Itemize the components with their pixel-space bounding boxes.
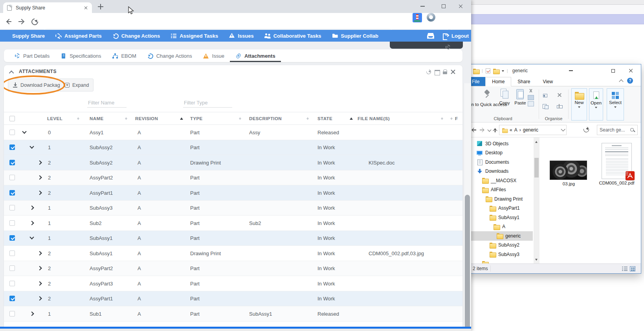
forward-icon[interactable]: [479, 127, 486, 133]
row-expand-chevron[interactable]: [38, 296, 42, 300]
sort-icon[interactable]: [306, 116, 309, 121]
column-header-name[interactable]: NAME: [90, 116, 103, 121]
page-settings-gear-icon[interactable]: [445, 44, 451, 50]
detail-tab[interactable]: Change Actions: [142, 49, 198, 62]
nav-item[interactable]: Supply Share: [3, 33, 45, 39]
tree-item[interactable]: A: [466, 222, 533, 232]
details-view-icon[interactable]: [622, 266, 627, 271]
panel-close-icon[interactable]: [450, 69, 456, 75]
sort-icon[interactable]: [450, 116, 453, 121]
row-expand-chevron[interactable]: [30, 206, 34, 210]
table-row[interactable]: 1 SubAssy2 A Part In Work: [4, 140, 462, 155]
copy-to-icon[interactable]: [542, 104, 549, 109]
rename-icon[interactable]: [556, 104, 563, 109]
panel-refresh-icon[interactable]: [426, 69, 432, 75]
tree-item[interactable]: Desktop: [466, 148, 533, 158]
row-checkbox[interactable]: [9, 235, 15, 241]
tree-item[interactable]: AssyPart1: [466, 204, 533, 213]
row-expand-chevron[interactable]: [38, 251, 42, 255]
tree-scrollbar-thumb[interactable]: [534, 158, 539, 177]
row-expand-chevron[interactable]: [22, 130, 26, 134]
ribbon-tab[interactable]: View: [536, 77, 559, 86]
column-header-partial[interactable]: F: [455, 116, 458, 121]
row-expand-chevron[interactable]: [30, 145, 34, 149]
table-row[interactable]: 1 Sub2 A Part Sub2 In Work: [4, 216, 462, 231]
column-header-description[interactable]: DESCRIPTION: [249, 116, 282, 121]
tree-item[interactable]: SubAssy3: [466, 250, 533, 259]
tree-item[interactable]: Downloads: [466, 167, 533, 176]
panel-collapse-icon[interactable]: [9, 71, 14, 76]
nav-item[interactable]: Supplier Collab: [332, 33, 378, 39]
table-row[interactable]: 2 AssyPart2 A Part In Work: [4, 170, 462, 186]
row-checkbox[interactable]: [9, 160, 15, 165]
tree-item[interactable]: AllFiles: [466, 185, 533, 195]
copy-path-icon[interactable]: [528, 95, 534, 100]
panel-lock-icon[interactable]: [442, 69, 448, 75]
row-expand-chevron[interactable]: [30, 312, 34, 316]
row-expand-chevron[interactable]: [38, 282, 42, 285]
paste-shortcut-icon[interactable]: [528, 101, 534, 106]
table-row[interactable]: 1 SubAssy3 A Part In Work: [4, 201, 462, 216]
select-all-checkbox[interactable]: [9, 116, 15, 121]
tree-item[interactable]: generic: [466, 231, 533, 241]
row-expand-chevron[interactable]: [38, 176, 42, 179]
scroll-up-icon[interactable]: [535, 140, 538, 143]
file-item-pdf[interactable]: CDM005_002.pdf: [598, 143, 636, 185]
filter-type-input[interactable]: [183, 98, 232, 108]
quick-access-dropdown-icon[interactable]: [502, 70, 504, 73]
table-row[interactable]: 2 AssyPart1 A Part In Work: [4, 185, 462, 201]
row-checkbox[interactable]: [9, 281, 15, 286]
new-tab-button[interactable]: [97, 4, 104, 10]
move-to-icon[interactable]: [542, 93, 549, 98]
sort-icon[interactable]: [125, 116, 128, 121]
breadcrumb-current[interactable]: generic: [523, 127, 538, 133]
explorer-minimize-button[interactable]: [567, 67, 575, 75]
scroll-down-icon[interactable]: [535, 259, 538, 262]
thumbnails-view-icon[interactable]: [630, 266, 635, 271]
sort-asc-icon[interactable]: [350, 116, 353, 120]
tree-scrollbar[interactable]: [534, 137, 539, 264]
ribbon-tab[interactable]: Home: [485, 77, 511, 86]
row-checkbox[interactable]: [9, 296, 15, 301]
extension-icon[interactable]: [427, 13, 435, 22]
sort-asc-icon[interactable]: [180, 116, 183, 120]
table-row[interactable]: 0 Assy1 A Part Assy Released: [4, 125, 462, 140]
delete-icon[interactable]: [556, 93, 563, 98]
breadcrumb-collapsed[interactable]: «: [510, 127, 512, 133]
back-icon[interactable]: [5, 18, 13, 26]
row-checkbox[interactable]: [9, 220, 15, 226]
logout-button[interactable]: Logout: [443, 33, 469, 39]
detail-tab[interactable]: Issue: [198, 49, 230, 62]
refresh-button[interactable]: [582, 126, 591, 134]
lighthouse-extension-icon[interactable]: [413, 13, 422, 22]
column-header-state[interactable]: STATE: [317, 116, 332, 121]
table-row[interactable]: 2 AssyPart1 A Part In Work: [4, 291, 462, 307]
inbox-tray-icon[interactable]: [427, 33, 434, 39]
select-button[interactable]: Select: [607, 88, 624, 121]
tree-item[interactable]: SubAssy2: [466, 241, 533, 250]
sort-icon[interactable]: [441, 116, 444, 121]
column-header-type[interactable]: TYPE: [190, 116, 203, 121]
sort-icon[interactable]: [239, 116, 242, 121]
row-expand-chevron[interactable]: [30, 236, 34, 240]
row-checkbox[interactable]: [9, 265, 15, 271]
table-row[interactable]: 2 AssyPart3 A Part In Work: [4, 276, 462, 291]
nav-item[interactable]: Change Actions: [112, 33, 160, 39]
browser-tab[interactable]: Supply Share: [3, 2, 92, 13]
row-expand-chevron[interactable]: [38, 191, 42, 195]
tree-item[interactable]: Documents: [466, 157, 533, 167]
detail-tab[interactable]: Specifications: [55, 49, 106, 62]
tree-item[interactable]: __MACOSX: [466, 176, 533, 185]
nav-item[interactable]: Collaborative Tasks: [264, 33, 321, 39]
table-row[interactable]: 2 AssyPart2 A Part In Work: [4, 261, 462, 276]
explorer-close-button[interactable]: [627, 67, 635, 75]
page-scrollbar-thumb[interactable]: [465, 195, 470, 331]
sort-icon[interactable]: [77, 116, 80, 121]
browser-close-button[interactable]: [456, 2, 466, 11]
up-icon[interactable]: [492, 127, 498, 133]
tab-close-icon[interactable]: [84, 6, 88, 10]
tree-item[interactable]: SubAssy1: [466, 213, 533, 222]
row-expand-chevron[interactable]: [38, 266, 42, 270]
back-icon[interactable]: [471, 127, 477, 133]
explorer-maximize-button[interactable]: [609, 67, 617, 75]
